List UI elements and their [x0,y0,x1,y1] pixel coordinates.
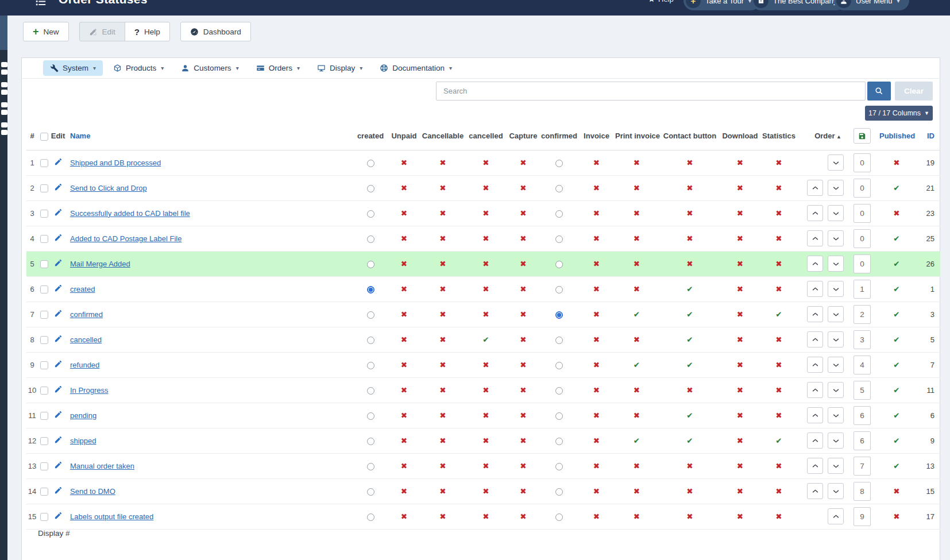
print-invoice-no-icon[interactable]: ✖ [634,486,640,496]
statistics-no-icon[interactable]: ✖ [775,461,782,470]
order-down-button[interactable] [828,281,844,297]
contact-button-yes-icon[interactable]: ✔ [686,310,693,319]
invoice-no-icon[interactable]: ✖ [593,310,600,319]
print-invoice-no-icon[interactable]: ✖ [634,385,640,395]
order-value-input[interactable] [854,280,871,299]
select-all-checkbox[interactable] [40,133,48,141]
status-name-link[interactable]: In Progress [70,386,108,395]
invoice-no-icon[interactable]: ✖ [593,385,600,395]
download-no-icon[interactable]: ✖ [737,310,743,319]
order-down-button[interactable] [828,483,844,499]
search-button[interactable] [867,82,891,101]
cancelled-no-icon[interactable]: ✖ [482,158,489,167]
edit-pencil-icon[interactable] [54,157,63,168]
order-value-input[interactable] [854,229,871,248]
edit-pencil-icon[interactable] [54,360,63,370]
order-value-input[interactable] [854,204,871,223]
unpaid-no-icon[interactable]: ✖ [401,436,407,445]
unpaid-no-icon[interactable]: ✖ [401,411,407,420]
invoice-no-icon[interactable]: ✖ [593,360,600,369]
print-invoice-no-icon[interactable]: ✖ [634,461,640,470]
order-up-button[interactable] [807,256,823,272]
invoice-no-icon[interactable]: ✖ [593,512,600,521]
row-checkbox[interactable] [40,336,48,344]
cancellable-no-icon[interactable]: ✖ [439,385,446,395]
order-value-input[interactable] [854,356,871,374]
invoice-no-icon[interactable]: ✖ [593,208,600,218]
statistics-no-icon[interactable]: ✖ [775,360,782,369]
capture-no-icon[interactable]: ✖ [520,234,526,243]
order-down-button[interactable] [828,230,844,246]
contact-button-yes-icon[interactable]: ✔ [686,360,693,369]
order-down-button[interactable] [828,180,844,196]
cancelled-yes-icon[interactable]: ✔ [482,335,489,344]
published-no-icon[interactable]: ✖ [893,486,899,496]
capture-no-icon[interactable]: ✖ [520,259,526,268]
status-name-link[interactable]: shipped [70,437,96,445]
invoice-no-icon[interactable]: ✖ [593,183,600,192]
edit-pencil-icon[interactable] [54,410,63,420]
header-id[interactable]: ID [914,122,940,150]
created-radio[interactable] [367,463,374,470]
published-yes-icon[interactable]: ✔ [893,183,899,192]
confirmed-radio-selected[interactable] [555,311,563,319]
contact-button-no-icon[interactable]: ✖ [686,208,693,218]
cancellable-no-icon[interactable]: ✖ [439,208,446,218]
created-radio[interactable] [367,488,374,496]
statistics-no-icon[interactable]: ✖ [775,183,782,192]
capture-no-icon[interactable]: ✖ [520,385,526,395]
statistics-no-icon[interactable]: ✖ [775,158,782,167]
row-checkbox[interactable] [40,462,48,470]
header-name[interactable]: Name [65,122,353,150]
row-checkbox[interactable] [40,184,48,192]
status-name-link[interactable]: Successfully added to CAD label file [70,209,190,218]
status-name-link[interactable]: pending [70,411,96,420]
invoice-no-icon[interactable]: ✖ [593,158,600,167]
confirmed-radio[interactable] [555,185,563,192]
cancellable-no-icon[interactable]: ✖ [439,158,446,167]
edit-pencil-icon[interactable] [54,461,63,471]
order-up-button[interactable] [807,407,823,423]
cancellable-no-icon[interactable]: ✖ [439,335,446,344]
cancelled-no-icon[interactable]: ✖ [482,436,489,445]
contact-button-no-icon[interactable]: ✖ [686,259,693,268]
status-name-link[interactable]: Manual order taken [70,462,134,470]
menu-item-documentation[interactable]: Documentation▾ [373,60,459,76]
status-name-link[interactable]: Send to Click and Drop [70,184,147,192]
order-up-button[interactable] [807,306,823,322]
order-up-button[interactable] [807,382,823,398]
order-value-input[interactable] [854,381,871,400]
cancellable-no-icon[interactable]: ✖ [439,183,446,192]
print-invoice-no-icon[interactable]: ✖ [634,183,640,192]
download-no-icon[interactable]: ✖ [737,461,743,470]
statistics-no-icon[interactable]: ✖ [775,512,782,521]
statistics-no-icon[interactable]: ✖ [775,335,782,344]
edit-pencil-icon[interactable] [54,334,63,345]
statistics-no-icon[interactable]: ✖ [775,486,782,496]
cancelled-no-icon[interactable]: ✖ [482,234,489,243]
cancelled-no-icon[interactable]: ✖ [482,183,489,192]
cancelled-no-icon[interactable]: ✖ [482,310,489,319]
published-yes-icon[interactable]: ✔ [893,385,899,395]
invoice-no-icon[interactable]: ✖ [593,436,600,445]
edit-pencil-icon[interactable] [54,183,63,193]
cancellable-no-icon[interactable]: ✖ [439,436,446,445]
contact-button-no-icon[interactable]: ✖ [686,461,693,470]
row-checkbox[interactable] [40,412,48,420]
invoice-no-icon[interactable]: ✖ [593,335,600,344]
capture-no-icon[interactable]: ✖ [520,436,526,445]
download-no-icon[interactable]: ✖ [737,436,743,445]
invoice-no-icon[interactable]: ✖ [593,486,600,496]
status-name-link[interactable]: Shipped and DB processed [70,159,161,167]
menu-item-system[interactable]: System▾ [43,60,103,76]
header-published[interactable]: Published [879,122,914,150]
confirmed-radio[interactable] [555,438,563,445]
order-up-button[interactable] [807,230,823,246]
unpaid-no-icon[interactable]: ✖ [401,158,407,167]
confirmed-radio[interactable] [555,387,563,395]
order-down-button[interactable] [828,432,844,449]
confirmed-radio[interactable] [555,210,563,218]
columns-dropdown-button[interactable]: 17 / 17 Columns ▼ [865,106,933,121]
help-button[interactable]: ? Help [125,22,170,41]
confirmed-radio[interactable] [555,337,563,344]
